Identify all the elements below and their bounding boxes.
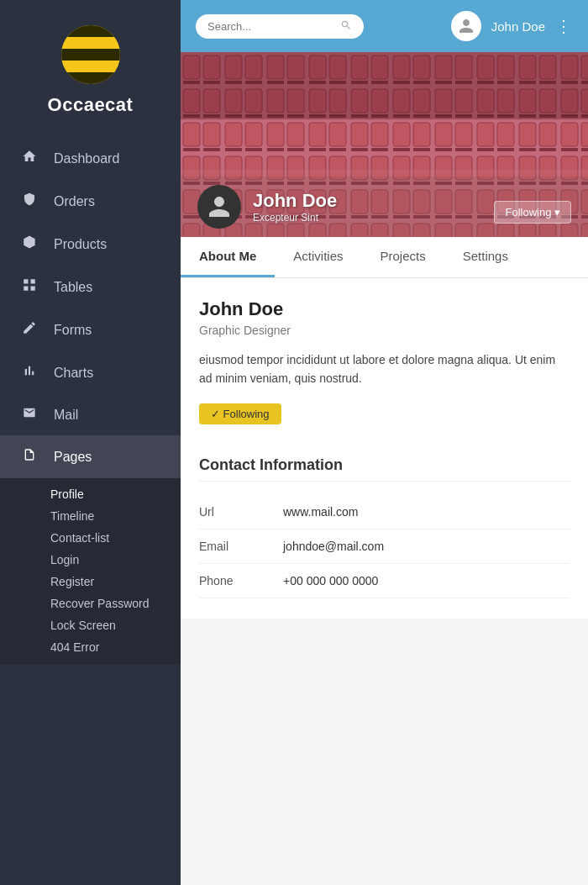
search-input[interactable] (207, 20, 333, 33)
mail-icon (20, 406, 39, 424)
profile-banner-subtitle: Excepteur Sint (253, 212, 337, 224)
contact-section-title: Contact Information (199, 456, 570, 482)
forms-icon (20, 320, 39, 340)
submenu-item-recover-password[interactable]: Recover Password (50, 593, 181, 614)
svg-rect-6 (181, 52, 588, 119)
contact-label-phone: Phone (199, 574, 283, 587)
contact-value-email: johndoe@mail.com (283, 540, 384, 553)
profile-body: John Doe Graphic Designer eiusmod tempor… (181, 278, 588, 619)
sidebar-item-products[interactable]: Products (0, 223, 181, 266)
profile-job-title: Graphic Designer (199, 324, 570, 337)
following-badge[interactable]: ✓ Following (199, 403, 281, 424)
submenu-item-register[interactable]: Register (50, 571, 181, 593)
contact-label-url: Url (199, 505, 283, 519)
topbar-username: John Doe (491, 19, 545, 34)
sidebar-item-pages[interactable]: Pages (0, 435, 181, 478)
orders-icon (20, 192, 39, 211)
profile-avatar (197, 185, 241, 229)
sidebar-item-forms[interactable]: Forms (0, 308, 181, 351)
contact-row-phone: Phone +00 000 000 0000 (199, 564, 570, 598)
profile-identity: John Doe Excepteur Sint (197, 185, 337, 229)
submenu-item-contact-list[interactable]: Contact-list (50, 527, 181, 549)
sidebar-nav: Dashboard Orders Products Tables Forms (0, 137, 181, 885)
logo-area: Occaecat (0, 0, 181, 137)
profile-user-name: John Doe (199, 298, 570, 320)
profile-tabs: About Me Activities Projects Settings (181, 237, 588, 278)
sidebar-item-charts[interactable]: Charts (0, 351, 181, 394)
sidebar: Occaecat Dashboard Orders Products Table… (0, 0, 181, 885)
tab-about-me[interactable]: About Me (181, 237, 275, 277)
following-button[interactable]: Following ▾ (494, 201, 571, 224)
topbar-menu-dots[interactable]: ⋮ (555, 16, 573, 36)
tab-settings[interactable]: Settings (444, 237, 527, 277)
profile-info-bar: John Doe Excepteur Sint Following ▾ (181, 176, 588, 237)
submenu-item-login[interactable]: Login (50, 549, 181, 571)
pages-icon (20, 447, 39, 466)
home-icon (20, 149, 39, 168)
topbar-right: John Doe ⋮ (451, 11, 573, 41)
user-avatar (451, 11, 481, 41)
logo-icon (61, 25, 120, 84)
sidebar-item-tables[interactable]: Tables (0, 266, 181, 308)
sidebar-item-dashboard[interactable]: Dashboard (0, 137, 181, 180)
sidebar-item-mail[interactable]: Mail (0, 394, 181, 435)
contact-section: Contact Information Url www.mail.com Ema… (199, 456, 570, 598)
profile-name-block: John Doe Excepteur Sint (253, 190, 337, 224)
sidebar-item-orders[interactable]: Orders (0, 180, 181, 223)
submenu-item-timeline[interactable]: Timeline (50, 505, 181, 527)
products-icon (20, 234, 39, 254)
search-wrapper[interactable] (196, 14, 364, 39)
contact-row-url: Url www.mail.com (199, 495, 570, 529)
tab-projects[interactable]: Projects (362, 237, 444, 277)
contact-label-email: Email (199, 540, 283, 553)
profile-banner-name: John Doe (253, 190, 337, 212)
app-name: Occaecat (48, 94, 134, 116)
topbar: John Doe ⋮ (181, 0, 588, 52)
contact-row-email: Email johndoe@mail.com (199, 529, 570, 564)
profile-bio: eiusmod tempor incididunt ut labore et d… (199, 350, 570, 388)
tab-activities[interactable]: Activities (275, 237, 361, 277)
main-content: John Doe ⋮ (181, 0, 588, 885)
submenu-item-404-error[interactable]: 404 Error (50, 636, 181, 658)
submenu-item-profile[interactable]: Profile (50, 483, 181, 505)
pages-submenu: Profile Timeline Contact-list Login Regi… (0, 478, 181, 665)
charts-icon (20, 363, 39, 382)
submenu-item-lock-screen[interactable]: Lock Screen (50, 614, 181, 636)
tables-icon (20, 277, 39, 297)
contact-value-url: www.mail.com (283, 505, 358, 519)
contact-value-phone: +00 000 000 0000 (283, 574, 378, 587)
search-icon (340, 19, 352, 34)
profile-banner: John Doe Excepteur Sint Following ▾ (181, 52, 588, 237)
